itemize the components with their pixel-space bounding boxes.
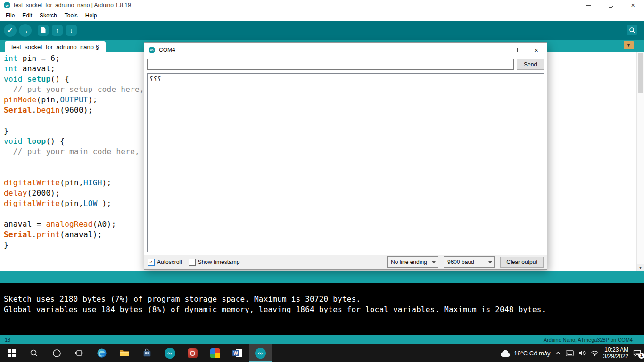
system-tray: 19°C Có mây 10:23 AM 3/29/2022 1	[500, 344, 644, 362]
scrollbar-thumb[interactable]	[638, 53, 643, 93]
window-controls: ×	[578, 0, 644, 10]
magnifier-icon	[629, 27, 636, 33]
serial-monitor-window: ∞ COM4 × Send ⸮⸮⸮ ✓ Auto	[144, 42, 547, 270]
menu-sketch[interactable]: Sketch	[36, 12, 61, 19]
network-icon	[591, 350, 599, 356]
menu-tools[interactable]: Tools	[61, 12, 82, 19]
chevron-up-icon	[555, 351, 561, 355]
file-buttons-group: ↑ ↓	[38, 25, 80, 36]
colorful-app-button[interactable]	[204, 344, 226, 362]
tab-list-button[interactable]: ▼	[624, 41, 634, 49]
arduino-app-icon: ∞	[149, 47, 155, 53]
start-button[interactable]	[0, 344, 23, 362]
restore-button[interactable]	[600, 0, 622, 10]
volume-button[interactable]	[578, 350, 586, 356]
serial-output-area[interactable]: ⸮⸮⸮	[147, 73, 544, 252]
minimize-button[interactable]	[578, 0, 600, 10]
serial-minimize-button[interactable]	[483, 43, 504, 57]
arduino-serial-active-button[interactable]: ∞	[249, 344, 272, 362]
serial-bottom-bar: ✓ Autoscroll Show timestamp No line endi…	[144, 255, 547, 269]
editor-scrollbar[interactable]: ▼	[636, 52, 644, 272]
file-explorer-button[interactable]	[113, 344, 136, 362]
open-button[interactable]: ↑	[52, 25, 63, 36]
cursor-line-indicator: 18	[5, 337, 10, 343]
sketch-tab[interactable]: test_socket_for_adruino_nano §	[5, 41, 106, 52]
serial-input-row: Send	[147, 59, 544, 70]
serial-close-button[interactable]: ×	[526, 43, 547, 57]
save-button[interactable]: ↓	[66, 25, 77, 36]
scrollbar-down-arrow[interactable]: ▼	[637, 264, 644, 272]
store-button[interactable]	[136, 344, 158, 362]
edge-taskbar-button[interactable]	[91, 344, 113, 362]
checkbox-unchecked-icon	[189, 259, 196, 266]
verify-button[interactable]: ✓	[4, 24, 17, 37]
serial-maximize-button[interactable]	[504, 43, 526, 57]
task-view-button[interactable]	[68, 344, 91, 362]
serial-window-controls: ×	[483, 43, 547, 57]
taskbar-clock[interactable]: 10:23 AM 3/29/2022	[603, 346, 628, 360]
window-title: test_socket_for_adruino_nano | Arduino 1…	[14, 2, 131, 8]
baud-rate-select[interactable]: 9600 baud	[444, 256, 495, 268]
cortana-icon	[52, 349, 61, 358]
show-timestamp-label: Show timestamp	[198, 259, 240, 265]
word-button[interactable]: W	[226, 344, 249, 362]
upload-button[interactable]: →	[19, 24, 32, 37]
clear-output-button[interactable]: Clear output	[500, 257, 544, 268]
maximize-icon	[513, 48, 518, 52]
ide-status-strip	[0, 272, 644, 283]
line-ending-select[interactable]: No line ending	[387, 256, 438, 268]
close-button[interactable]: ×	[622, 0, 644, 10]
window-titlebar: ∞ test_socket_for_adruino_nano | Arduino…	[0, 0, 644, 10]
new-sketch-button[interactable]	[38, 25, 49, 36]
network-button[interactable]	[591, 350, 599, 356]
text-caret	[149, 61, 149, 68]
search-icon	[30, 349, 38, 357]
chevron-down-icon	[488, 261, 492, 263]
cloud-icon	[500, 349, 511, 357]
arduino-taskbar-button[interactable]: ∞	[158, 344, 181, 362]
board-info: Arduino Nano, ATmega328P on COM4	[544, 337, 633, 343]
arduino-infinity-icon: ∞	[255, 348, 266, 359]
menu-help[interactable]: Help	[82, 12, 101, 19]
autoscroll-label: Autoscroll	[157, 259, 182, 265]
weather-widget[interactable]: 19°C Có mây	[500, 349, 550, 357]
clock-time: 10:23 AM	[604, 346, 628, 353]
serial-options-group: No line ending 9600 baud Clear output	[387, 256, 544, 268]
arduino-app-icon: ∞	[4, 2, 10, 8]
serial-window-title: COM4	[159, 47, 175, 53]
cortana-button[interactable]	[45, 344, 68, 362]
line-ending-value: No line ending	[391, 259, 427, 265]
menu-file[interactable]: File	[2, 12, 18, 19]
restore-icon	[609, 3, 613, 8]
serial-input-field[interactable]	[147, 59, 514, 70]
red-app-button[interactable]	[181, 344, 204, 362]
search-button[interactable]	[23, 344, 45, 362]
footer-status-bar: 18 Arduino Nano, ATmega328P on COM4	[0, 335, 644, 344]
toolbar: ✓ → ↑ ↓	[0, 21, 644, 40]
windows-taskbar: ∞ W ∞ 19°C Có mây	[0, 344, 644, 362]
menu-edit[interactable]: Edit	[18, 12, 36, 19]
colorful-app-icon	[210, 348, 220, 358]
volume-icon	[578, 350, 586, 356]
windows-logo-icon	[8, 349, 16, 357]
red-app-icon	[188, 348, 198, 358]
build-console: Sketch uses 2180 bytes (7%) of program s…	[0, 283, 644, 335]
hidden-icons-button[interactable]	[555, 351, 561, 355]
menu-bar: FileEditSketchToolsHelp	[0, 10, 644, 21]
send-button[interactable]: Send	[517, 59, 544, 70]
edge-icon	[97, 348, 107, 358]
word-icon: W	[232, 348, 243, 358]
serial-titlebar[interactable]: ∞ COM4 ×	[144, 43, 547, 57]
store-icon	[142, 348, 152, 358]
clock-date: 3/29/2022	[603, 353, 628, 360]
serial-monitor-button[interactable]	[627, 25, 637, 35]
console-line: Sketch uses 2180 bytes (7%) of program s…	[4, 294, 644, 304]
task-view-icon	[75, 349, 83, 357]
action-center-button[interactable]: 1	[633, 350, 641, 357]
show-timestamp-checkbox[interactable]: Show timestamp	[189, 259, 240, 266]
serial-output-text: ⸮⸮⸮	[149, 75, 161, 82]
touch-keyboard-button[interactable]	[566, 350, 574, 356]
autoscroll-checkbox[interactable]: ✓ Autoscroll	[148, 259, 182, 266]
file-explorer-icon	[119, 348, 130, 358]
weather-text: 19°C Có mây	[514, 350, 550, 357]
